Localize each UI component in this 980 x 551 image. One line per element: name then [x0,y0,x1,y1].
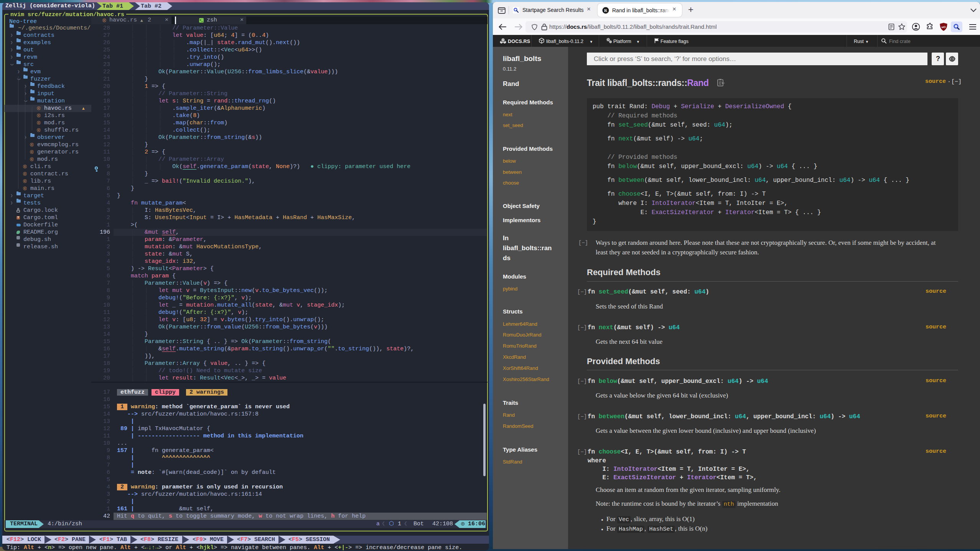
svg-text:R: R [604,8,608,13]
svg-text:uO: uO [941,25,945,29]
